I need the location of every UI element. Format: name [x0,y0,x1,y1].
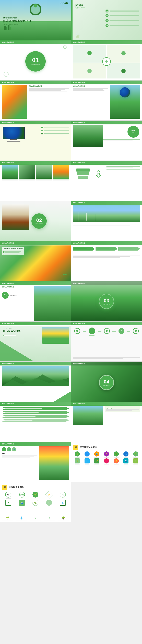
ic-circle-4: ✿ [119,328,124,334]
bi-label-1 [2,520,13,520]
item-icon-1 [41,127,43,128]
slide-14: 单击此处添加相关标题 [71,241,142,281]
vi-10: 💧 [57,500,69,506]
ic-connector-4 [127,332,130,332]
vi-icon-9: ☀ [46,500,52,506]
title-block-8: TITLE [103,125,140,159]
ci-dot-3 [3,254,4,254]
eco-logo-10: 🌾 [92,458,101,464]
slide-2: C C 目录 CONTENTS 01 02 03 [71,0,142,40]
arrow-row [73,247,140,250]
header-strip-18: 单击此处添加相关标题 [71,322,142,325]
slide-24: 附 常用环保认证标志 🌱 ♻ 🌍 ⚡ [71,442,142,482]
arr-text-3 [120,249,132,249]
contents-item-3: 03 [105,19,139,22]
sunflower-img [2,85,27,119]
recycle-arrows: ↻ [93,168,104,180]
tr-item-1 [106,166,140,168]
slide-6: 单击此处添加相关标题 单击此处添加相关标题 [71,80,142,120]
xxx-t1 [2,456,37,456]
bi-icon-1: 🌱 [2,516,13,520]
wind-photo [73,205,140,222]
ic-connector-3 [112,332,116,332]
slide6-title: 单击此处添加相关标题 [73,85,108,87]
text-line-4 [29,92,67,92]
slide-3: 单击此处添加相关标题 01 请输入文字内容 [0,40,71,80]
text-line-1 [29,88,69,89]
eco-logo-9: 🐟 [83,458,92,464]
ic-label-1 [74,335,79,335]
bi-label-3 [30,520,41,520]
eco-icon-12: 🌞 [114,458,119,464]
slide-10: 单击此处添加相关标题 ↻ [71,161,142,201]
twi-2 [3,335,21,336]
ib-6 [44,134,63,134]
layer-2 [77,172,89,175]
arr-2 [95,247,117,250]
item-text-2 [44,130,69,132]
s15-title: 单击此处添加相关标题 [2,286,33,288]
header-strip-16: 单击此处添加相关标题 [71,282,142,285]
slide-13: 单击此处添加相关标题 Click on add related title wo… [0,241,71,281]
eco-label-10 [94,464,99,464]
vi-icon-7: 🌍 [19,500,25,506]
vector-icons-grid: ♻ 100% 🌱 ⚡ 🌬 ♥ [2,492,69,506]
quad-1-content [85,51,94,56]
ic-4: ✿ [119,328,124,335]
item-text-3 [44,133,69,134]
header-strip-13: 单击此处添加相关标题 [0,241,71,245]
text-area-8 [103,138,140,142]
header-strip-7: 单击此处添加相关标题 [0,121,71,124]
tb-1 [73,224,140,224]
item-r-1 [41,127,69,128]
tri-4 [106,170,132,170]
header-text-20: 单击此处添加相关标题 [73,363,85,364]
ab-1 [2,407,69,410]
photo-1 [2,165,18,179]
sub-title: 适用工作总结/环保/公益活动 [3,24,31,25]
sunset-photo [39,446,69,480]
appendix-tag-1: 附 [73,445,78,450]
slide-1: LOGO 树立环保理念 创建绿色家园 低碳环保城市绿色PPT 适用工作总结/环保… [0,0,71,40]
section-number: 01 [32,57,39,63]
item-num-4: 04 [105,24,109,27]
vi-label-1 [5,498,11,499]
header-text-10: 单击此处添加相关标题 [73,162,85,164]
contents-item-4: 04 [105,24,139,27]
header-strip-23: 单击此处添加相关标题 [0,442,71,446]
eco-label-9 [85,464,89,464]
field-bg [73,125,103,147]
ta-3 [103,142,129,142]
bi-label-4 [44,520,55,520]
ci-dot-1 [3,251,4,252]
eco-icon-1: 🌱 [75,452,80,456]
ic-inner-1 [76,330,78,332]
vi-4: ⚡ [43,492,56,499]
tw-items [3,334,21,337]
ic-label-2 [89,335,94,336]
section4-num: 04 [104,379,109,385]
arr-text-2 [97,249,109,249]
header-strip-8: 单击此处添加相关标题 [71,121,142,124]
tea-bg [34,286,71,321]
item-bar-3 [110,20,139,21]
tagline: 树立环保理念 创建绿色家园 [3,17,17,19]
ab-text-4 [4,420,32,420]
ic-3 [104,328,110,335]
deco-circle-1 [3,72,9,77]
ab-text-1 [4,408,42,409]
header-text-16: 单击此处添加相关标题 [73,282,85,284]
section4-circle: 04 请输入文字内容 [99,375,114,390]
title-words-block: ADD RELATED TITLE WORDS [3,328,21,337]
twi-dot-1 [3,334,3,334]
ab-2 [2,411,69,414]
header-text-22: 单击此处添加相关标题 [73,403,85,405]
user-circles: 👤 👤 👤 [2,447,37,452]
ta-1 [103,139,140,140]
ci-bar-3 [4,254,18,254]
eco-icon-2: ♻ [84,452,90,456]
item-bar-1 [110,10,139,12]
pll-8 [53,180,69,181]
eco-icon-4: ⚡ [104,452,109,456]
slide-8: 单击此处添加相关标题 TITLE [71,120,142,161]
